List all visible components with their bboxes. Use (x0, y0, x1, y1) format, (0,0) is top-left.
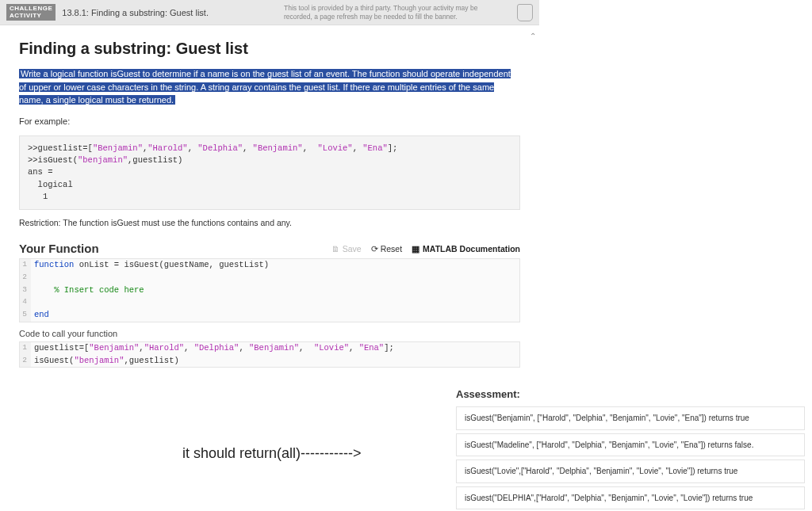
scrollbar-up-icon[interactable]: ⌃ (530, 32, 536, 40)
save-icon: 🗎 (331, 244, 340, 254)
reset-button[interactable]: ⟳ Reset (371, 244, 402, 254)
problem-statement: Write a logical function isGuest to dete… (19, 67, 520, 107)
third-party-notice: This tool is provided by a third party. … (284, 4, 506, 20)
main-panel: CHALLENGE ACTIVITY 13.8.1: Finding a sub… (0, 0, 539, 380)
code-to-call-heading: Code to call your function (19, 329, 520, 338)
save-label: Save (343, 244, 362, 254)
assessment-panel: Assessment: isGuest("Benjamin", ["Harold… (456, 388, 805, 511)
doc-label: MATLAB Documentation (423, 244, 520, 254)
reset-label: Reset (381, 244, 402, 254)
user-annotation-arrow: it should return(all)-----------> (182, 445, 362, 462)
matlab-documentation-link[interactable]: ▦ MATLAB Documentation (412, 244, 520, 254)
reset-icon: ⟳ (371, 244, 378, 254)
assessment-item[interactable]: isGuest("DELPHIA",["Harold", "Delphia", … (456, 486, 805, 510)
function-editor[interactable]: 1function onList = isGuest(guestName, gu… (19, 258, 520, 322)
save-button[interactable]: 🗎 Save (331, 244, 362, 254)
assessment-item[interactable]: isGuest("Benjamin", ["Harold", "Delphia"… (456, 406, 805, 430)
for-example-label: For example: (19, 115, 520, 128)
assessment-item[interactable]: isGuest("Lovie",["Harold", "Delphia", "B… (456, 460, 805, 483)
page-title: Finding a substring: Guest list (19, 40, 520, 58)
grid-icon: ▦ (412, 244, 419, 254)
assessment-item[interactable]: isGuest("Madeline", ["Harold", "Delphia"… (456, 433, 805, 457)
content-area: ⌃ Finding a substring: Guest list Write … (0, 25, 539, 380)
challenge-activity-tag: CHALLENGE ACTIVITY (6, 4, 56, 21)
your-function-heading: Your Function (19, 242, 99, 255)
assessment-heading: Assessment: (456, 388, 805, 400)
challenge-tag-line2: ACTIVITY (10, 13, 52, 20)
shield-icon (517, 4, 533, 21)
top-bar: CHALLENGE ACTIVITY 13.8.1: Finding a sub… (0, 0, 539, 25)
caller-editor[interactable]: 1guestlist=["Benjamin","Harold", "Delphi… (19, 341, 520, 368)
activity-title: 13.8.1: Finding a substring: Guest list. (62, 8, 209, 17)
restriction-text: Restriction: The function isGuest must u… (19, 218, 520, 227)
example-code-block: >>guestlist=["Benjamin","Harold", "Delph… (19, 135, 520, 210)
function-section-header: Your Function 🗎 Save ⟳ Reset ▦ MATLAB Do… (19, 242, 520, 255)
highlighted-instructions: Write a logical function isGuest to dete… (19, 69, 511, 105)
editor-actions: 🗎 Save ⟳ Reset ▦ MATLAB Documentation (331, 244, 520, 254)
